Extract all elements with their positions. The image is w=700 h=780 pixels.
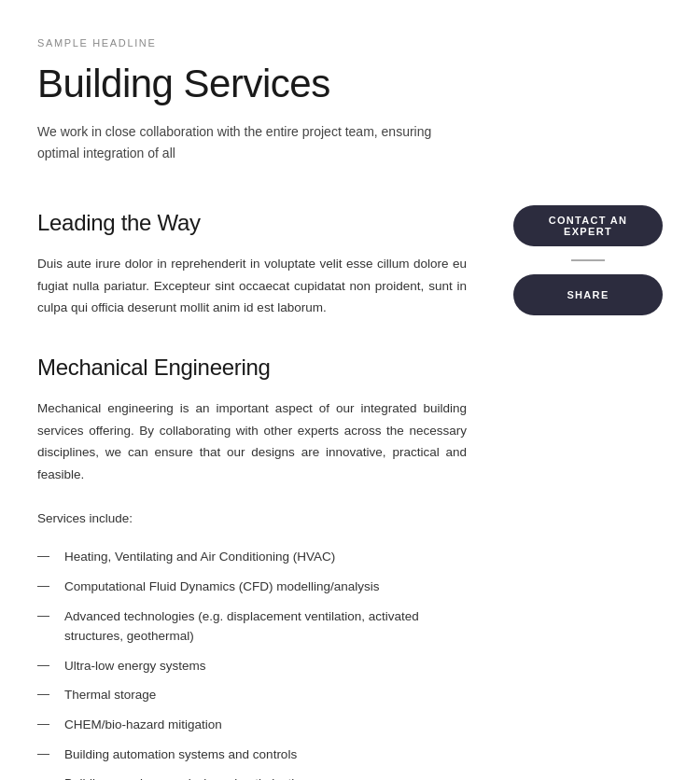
divider xyxy=(571,259,605,261)
list-dash: — xyxy=(37,577,49,596)
list-item: —Thermal storage xyxy=(37,680,467,710)
list-dash: — xyxy=(37,773,49,780)
list-item: —CHEM/bio-hazard mitigation xyxy=(37,710,467,740)
list-item-text: Building envelope analysis and optimisat… xyxy=(64,773,467,780)
list-dash: — xyxy=(37,715,49,734)
leading-title: Leading the Way xyxy=(37,210,467,236)
mechanical-section: Mechanical Engineering Mechanical engine… xyxy=(37,355,467,780)
list-dash: — xyxy=(37,547,49,566)
list-dash: — xyxy=(37,606,49,626)
mechanical-body: Mechanical engineering is an important a… xyxy=(37,397,467,486)
list-item: —Heating, Ventilating and Air Conditioni… xyxy=(37,542,467,572)
header-subtitle: We work in close collaboration with the … xyxy=(37,121,467,163)
list-item-text: Building automation systems and controls xyxy=(64,745,467,765)
services-list: —Heating, Ventilating and Air Conditioni… xyxy=(37,542,467,780)
list-item-text: Advanced technologies (e.g. displacement… xyxy=(64,606,467,647)
list-item: —Computational Fluid Dynamics (CFD) mode… xyxy=(37,572,467,602)
list-item-text: CHEM/bio-hazard mitigation xyxy=(64,715,467,735)
list-dash: — xyxy=(37,685,49,704)
mechanical-title: Mechanical Engineering xyxy=(37,355,467,381)
sample-headline-label: SAMPLE HEADLINE xyxy=(37,37,467,49)
services-label: Services include: xyxy=(37,511,467,525)
list-item: —Building envelope analysis and optimisa… xyxy=(37,769,467,780)
list-item: —Building automation systems and control… xyxy=(37,740,467,770)
list-item: —Ultra-low energy systems xyxy=(37,651,467,681)
contact-expert-button[interactable]: CONTACT AN EXPERT xyxy=(513,205,663,246)
leading-body: Duis aute irure dolor in reprehenderit i… xyxy=(37,253,467,319)
list-item-text: Computational Fluid Dynamics (CFD) model… xyxy=(64,577,467,597)
share-button[interactable]: SHARE xyxy=(513,274,663,315)
list-dash: — xyxy=(37,745,49,764)
list-item-text: Heating, Ventilating and Air Conditionin… xyxy=(64,547,467,567)
list-item-text: Thermal storage xyxy=(64,685,467,705)
list-item: —Advanced technologies (e.g. displacemen… xyxy=(37,602,467,651)
page-title: Building Services xyxy=(37,62,467,106)
leading-section: Leading the Way Duis aute irure dolor in… xyxy=(37,210,467,319)
list-item-text: Ultra-low energy systems xyxy=(64,656,467,676)
list-dash: — xyxy=(37,656,49,676)
sidebar: CONTACT AN EXPERT SHARE xyxy=(513,205,663,315)
